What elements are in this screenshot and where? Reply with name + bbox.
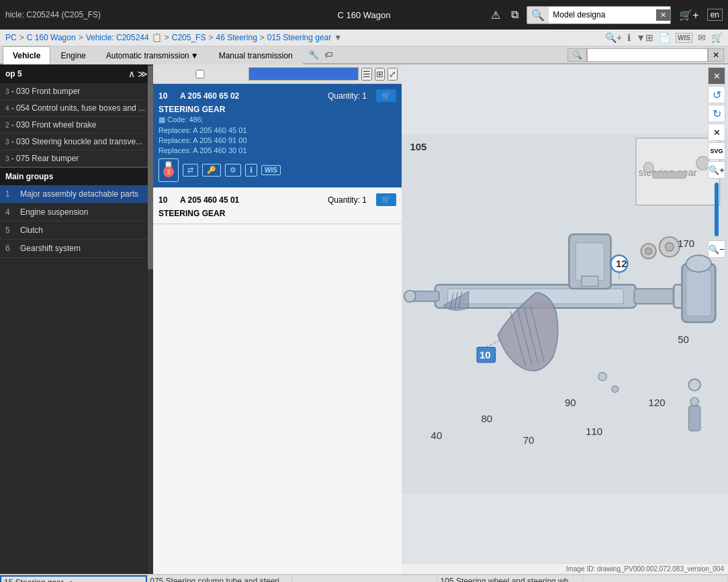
- nav-search-button[interactable]: 🔍: [567, 48, 587, 62]
- select-all-checkbox[interactable]: [157, 70, 243, 79]
- thumb-item-4[interactable]: 105 Steering wheel and steering wheel lo…: [438, 575, 583, 582]
- app-title: hicle: C205244 (C205_FS): [5, 10, 488, 19]
- mail-icon[interactable]: ✉: [698, 32, 706, 43]
- part-note-icon-1[interactable]: 📋2: [158, 158, 179, 182]
- grid-view-icon[interactable]: ⊞: [375, 68, 385, 81]
- search-icon[interactable]: 🔍: [527, 7, 549, 23]
- copy-icon[interactable]: ⧉: [508, 7, 521, 22]
- sidebar-item-num-5: 3: [5, 155, 9, 162]
- diagram-svg: steering gear 105: [402, 64, 728, 563]
- sidebar-item-num-2: 4: [5, 105, 9, 112]
- part-replaces-1a: Replaces: A 205 460 45 01: [158, 126, 396, 134]
- model-search-input[interactable]: [549, 8, 656, 21]
- breadcrumb-c205fs[interactable]: C205_FS: [172, 33, 206, 42]
- part-doc-icon-1[interactable]: WIS: [261, 165, 281, 175]
- svg-export-icon[interactable]: SVG: [708, 142, 725, 160]
- sidebar-main-item-1[interactable]: 1 Major assembly detachable parts: [0, 185, 153, 203]
- zoom-in-icon[interactable]: 🔍+: [605, 32, 622, 43]
- sidebar-header: op 5 ∧ ≫: [0, 64, 153, 83]
- thumb-label-5: [583, 575, 727, 582]
- breadcrumb-tools: 🔍+ ℹ ▼⊞ 📄 WIS ✉ 🛒: [605, 32, 723, 43]
- breadcrumb-vehicle[interactable]: Vehicle: C205244: [86, 33, 149, 42]
- svg-point-10: [404, 291, 416, 302]
- parts-search-input[interactable]: [248, 67, 359, 81]
- parts-header: ☰ ⊞ ⤢: [153, 64, 402, 84]
- tab-vehicle[interactable]: Vehicle: [3, 46, 50, 64]
- nav-search-clear[interactable]: ✕: [708, 48, 724, 62]
- zoom-out-diagram-icon[interactable]: 🔍−: [708, 240, 725, 258]
- zoom-in-diagram-icon[interactable]: 🔍+: [708, 161, 725, 179]
- thumb-item-5[interactable]: [583, 575, 728, 582]
- dropdown-arrow-icon[interactable]: ▼: [334, 33, 342, 42]
- part-code-1: A 205 460 65 02: [180, 91, 322, 101]
- close-diagram-btn[interactable]: ✕: [708, 67, 725, 85]
- part-settings-icon-1[interactable]: ⚙: [225, 164, 241, 177]
- sidebar-item-4[interactable]: 3 - 030 Steering knuckle and transve...: [0, 134, 153, 150]
- svg-point-27: [612, 386, 619, 393]
- tab-automatic-transmission[interactable]: Automatic transmission ▼: [96, 46, 209, 64]
- list-view-icon[interactable]: ☰: [361, 68, 372, 81]
- sidebar-main-num-3: 5: [5, 226, 16, 235]
- diagram-scroll-indicator[interactable]: [715, 183, 719, 236]
- thumb-item-1[interactable]: 15 Steering gear ↗: [0, 575, 147, 582]
- info-icon[interactable]: ℹ: [627, 32, 631, 43]
- sidebar-item-label-2: - 054 Control units, fuse boxes and ...: [11, 103, 145, 113]
- part-key-icon-1[interactable]: 🔑: [202, 164, 221, 177]
- nav-search-input[interactable]: [587, 48, 708, 62]
- thumb-item-2[interactable]: 075 Steering column tube and steering sh…: [147, 575, 292, 582]
- filter-icon[interactable]: ▼⊞: [636, 32, 653, 43]
- part-info-icon-1[interactable]: ℹ: [245, 164, 257, 177]
- svg-rect-5: [653, 172, 686, 179]
- document-icon[interactable]: 📄: [659, 32, 670, 43]
- sidebar-item-num-3: 2: [5, 122, 9, 129]
- sidebar-item-1[interactable]: 3 - 030 Front bumper: [0, 83, 153, 100]
- add-to-cart-2[interactable]: 🛒: [376, 193, 396, 206]
- sidebar-main-item-4[interactable]: 6 Gearshift system: [0, 240, 153, 258]
- thumb-item-3[interactable]: parts: [292, 575, 437, 582]
- diagram-panel: steering gear 105: [402, 64, 728, 574]
- nav-search: 🔍 ✕: [566, 47, 725, 63]
- language-selector[interactable]: en: [707, 9, 723, 21]
- thumb-label-3: [292, 575, 437, 582]
- sidebar-item-2[interactable]: 4 - 054 Control units, fuse boxes and ..…: [0, 100, 153, 117]
- svg-rect-17: [686, 271, 711, 317]
- nav-tabs: Vehicle Engine Automatic transmission ▼ …: [0, 46, 728, 64]
- rotate-left-icon[interactable]: ↺: [708, 86, 725, 103]
- sidebar-collapse-icon[interactable]: ∧: [128, 68, 135, 79]
- cart-icon[interactable]: 🛒: [711, 32, 723, 43]
- part-code-2: A 205 460 45 01: [180, 195, 322, 205]
- expand-icon[interactable]: ⤢: [388, 68, 398, 81]
- external-icon-1: ↗: [67, 579, 73, 582]
- tab-manual-transmission[interactable]: Manual transmission: [209, 46, 303, 64]
- center-panel: ☰ ⊞ ⤢ 10 A 205 460 65 02 Quantity: 1 🛒 S…: [153, 64, 402, 574]
- thumb-label-2: 075 Steering column tube and steering sh…: [147, 575, 291, 582]
- svg-rect-15: [582, 276, 598, 286]
- search-clear-button[interactable]: ✕: [656, 9, 670, 21]
- svg-text:110: 110: [586, 426, 602, 437]
- sidebar-scrollbar[interactable]: [148, 64, 153, 574]
- part-compare-icon-1[interactable]: ⇄: [183, 164, 198, 177]
- wrench-icon[interactable]: 🔧: [308, 50, 319, 60]
- rotate-right-icon[interactable]: ↻: [708, 105, 725, 122]
- close-x-icon[interactable]: ✕: [708, 124, 725, 141]
- main-layout: op 5 ∧ ≫ 3 - 030 Front bumper 4 - 054 Co…: [0, 64, 728, 574]
- breadcrumb-steering[interactable]: 46 Steering: [216, 33, 257, 42]
- add-to-cart-1[interactable]: 🛒: [376, 89, 396, 102]
- breadcrumb-model[interactable]: C 160 Wagon: [27, 33, 76, 42]
- wis-icon[interactable]: WIS: [676, 33, 692, 43]
- sidebar-main-item-3[interactable]: 5 Clutch: [0, 222, 153, 240]
- cart-add-icon[interactable]: 🛒+: [676, 7, 701, 23]
- warning-icon[interactable]: ⚠: [488, 7, 503, 23]
- sidebar-item-3[interactable]: 2 - 030 Front wheel brake: [0, 117, 153, 134]
- breadcrumb-pc[interactable]: PC: [5, 33, 17, 42]
- tag-icon[interactable]: 🏷: [324, 50, 333, 60]
- sidebar-main-item-2[interactable]: 4 Engine suspension: [0, 203, 153, 222]
- svg-point-28: [688, 379, 700, 391]
- tab-engine[interactable]: Engine: [50, 46, 95, 64]
- sidebar-item-5[interactable]: 3 - 075 Rear bumper: [0, 150, 153, 167]
- svg-text:40: 40: [431, 430, 443, 441]
- top-bar: hicle: C205244 (C205_FS) C 160 Wagon ⚠ ⧉…: [0, 0, 728, 30]
- svg-point-32: [645, 248, 652, 254]
- sidebar-expand-icon[interactable]: ≫: [138, 68, 148, 79]
- breadcrumb-gear[interactable]: 015 Steering gear: [267, 33, 331, 42]
